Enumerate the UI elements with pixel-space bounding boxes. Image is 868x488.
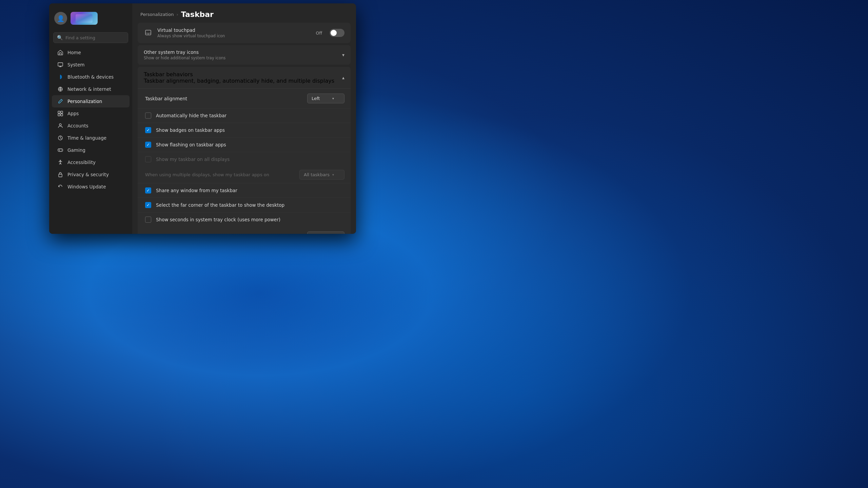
checkbox-autohide[interactable] bbox=[145, 113, 151, 119]
sidebar-item-label-home: Home bbox=[67, 50, 81, 55]
sidebar-item-label-apps: Apps bbox=[67, 111, 79, 116]
accessibility-nav-icon bbox=[57, 159, 63, 165]
behavior-checkboxes: Automatically hide the taskbar✓Show badg… bbox=[138, 108, 351, 166]
behaviors-header-text: Taskbar behaviors Taskbar alignment, bad… bbox=[144, 71, 334, 84]
settings-window: 👤 🔍 HomeSystemBl bbox=[49, 3, 356, 234]
behaviors-title: Taskbar behaviors bbox=[144, 71, 334, 78]
checkmark-icon: ✓ bbox=[146, 143, 150, 147]
sidebar-item-bluetooth[interactable]: Bluetooth & devices bbox=[52, 71, 130, 83]
checkbox-share_window[interactable]: ✓ bbox=[145, 187, 151, 194]
sidebar-item-home[interactable]: Home bbox=[52, 46, 130, 59]
svg-point-16 bbox=[61, 150, 62, 151]
sidebar-item-label-update: Windows Update bbox=[67, 184, 106, 189]
svg-rect-6 bbox=[61, 111, 63, 113]
main-content: Personalization › Taskbar Virtual tou bbox=[132, 3, 356, 234]
other-tray-card: Other system tray icons Show or hide add… bbox=[138, 45, 351, 65]
accounts-nav-icon bbox=[57, 123, 63, 129]
multi-display-value: All taskbars bbox=[304, 172, 330, 177]
checkbox-text-far_corner: Select the far corner of the taskbar to … bbox=[156, 202, 344, 208]
sidebar-item-time[interactable]: Time & language bbox=[52, 132, 130, 144]
checkbox-row-autohide: Automatically hide the taskbar bbox=[138, 108, 351, 123]
combine-label: Combine taskbar buttons and hide labels bbox=[145, 234, 239, 234]
checkbox-label-all_displays: Show my taskbar on all displays bbox=[156, 157, 344, 162]
checkbox-row-flashing: ✓Show flashing on taskbar apps bbox=[138, 138, 351, 152]
svg-rect-1 bbox=[58, 63, 63, 66]
checkbox-row-far_corner: ✓Select the far corner of the taskbar to… bbox=[138, 198, 351, 212]
virtual-touchpad-title: Virtual touchpad bbox=[157, 27, 311, 33]
sidebar-item-label-bluetooth: Bluetooth & devices bbox=[67, 74, 114, 80]
checkbox-text-seconds: Show seconds in system tray clock (uses … bbox=[156, 217, 344, 222]
behaviors-header[interactable]: Taskbar behaviors Taskbar alignment, bad… bbox=[138, 67, 351, 89]
behaviors-chevron: ▴ bbox=[342, 75, 344, 80]
checkmark-icon: ✓ bbox=[146, 128, 150, 132]
more-checkboxes: ✓Share any window from my taskbar✓Select… bbox=[138, 183, 351, 227]
virtual-touchpad-text: Virtual touchpad Always show virtual tou… bbox=[157, 27, 311, 38]
other-tray-header[interactable]: Other system tray icons Show or hide add… bbox=[138, 45, 351, 65]
avatar: 👤 bbox=[54, 12, 67, 25]
checkbox-text-badges: Show badges on taskbar apps bbox=[156, 127, 344, 133]
windows-logo bbox=[71, 12, 98, 25]
sidebar-item-label-accessibility: Accessibility bbox=[67, 160, 96, 165]
sidebar-item-label-accounts: Accounts bbox=[67, 123, 88, 128]
nav-list: HomeSystemBluetooth & devicesNetwork & i… bbox=[49, 46, 132, 193]
svg-rect-5 bbox=[58, 111, 60, 113]
breadcrumb-separator: › bbox=[177, 12, 178, 17]
virtual-touchpad-card: Virtual touchpad Always show virtual tou… bbox=[138, 23, 351, 43]
sidebar-item-gaming[interactable]: Gaming bbox=[52, 144, 130, 156]
breadcrumb-parent[interactable]: Personalization bbox=[140, 12, 174, 17]
time-nav-icon bbox=[57, 135, 63, 141]
sidebar-item-accessibility[interactable]: Accessibility bbox=[52, 156, 130, 168]
alignment-value: Left bbox=[312, 96, 320, 101]
checkbox-badges[interactable]: ✓ bbox=[145, 127, 151, 133]
privacy-nav-icon bbox=[57, 171, 63, 178]
checkmark-icon: ✓ bbox=[146, 203, 150, 207]
sidebar-item-label-time: Time & language bbox=[67, 135, 106, 141]
checkbox-text-all_displays: Show my taskbar on all displays bbox=[156, 157, 344, 162]
sidebar-item-accounts[interactable]: Accounts bbox=[52, 120, 130, 132]
svg-point-9 bbox=[59, 124, 61, 126]
search-icon: 🔍 bbox=[57, 35, 63, 40]
checkbox-seconds[interactable] bbox=[145, 217, 151, 223]
svg-point-15 bbox=[61, 149, 62, 150]
bluetooth-nav-icon bbox=[57, 74, 63, 80]
multi-display-dropdown: All taskbars ▾ bbox=[299, 170, 344, 180]
checkbox-flashing[interactable]: ✓ bbox=[145, 142, 151, 148]
sidebar-item-system[interactable]: System bbox=[52, 59, 130, 71]
alignment-row: Taskbar alignment Left ▾ bbox=[138, 89, 351, 108]
sidebar-item-label-privacy: Privacy & security bbox=[67, 172, 109, 177]
update-nav-icon bbox=[57, 184, 63, 190]
search-input[interactable] bbox=[65, 35, 124, 40]
combine-dropdown[interactable]: Always ▾ bbox=[307, 231, 344, 234]
sidebar-item-update[interactable]: Windows Update bbox=[52, 181, 130, 193]
multi-display-label: When using multiple displays, show my ta… bbox=[145, 172, 269, 177]
alignment-dropdown[interactable]: Left ▾ bbox=[307, 94, 344, 103]
search-box[interactable]: 🔍 bbox=[53, 32, 128, 43]
system-nav-icon bbox=[57, 62, 63, 68]
behaviors-card: Taskbar behaviors Taskbar alignment, bad… bbox=[138, 67, 351, 234]
toggle-knob bbox=[331, 30, 337, 36]
other-tray-text: Other system tray icons Show or hide add… bbox=[144, 49, 225, 60]
sidebar-item-label-gaming: Gaming bbox=[67, 147, 85, 153]
checkbox-row-badges: ✓Show badges on taskbar apps bbox=[138, 123, 351, 138]
checkbox-all_displays bbox=[145, 156, 151, 162]
checkbox-far_corner[interactable]: ✓ bbox=[145, 202, 151, 208]
checkbox-label-seconds: Show seconds in system tray clock (uses … bbox=[156, 217, 344, 222]
checkbox-row-share_window: ✓Share any window from my taskbar bbox=[138, 183, 351, 198]
network-nav-icon bbox=[57, 86, 63, 92]
sidebar-item-privacy[interactable]: Privacy & security bbox=[52, 168, 130, 181]
personalization-nav-icon bbox=[57, 98, 63, 104]
avatar-icon: 👤 bbox=[57, 15, 64, 22]
sidebar-item-personalization[interactable]: Personalization bbox=[52, 95, 130, 107]
sidebar-item-apps[interactable]: Apps bbox=[52, 107, 130, 120]
breadcrumb-current: Taskbar bbox=[181, 10, 214, 19]
checkbox-label-badges: Show badges on taskbar apps bbox=[156, 127, 344, 133]
alignment-label: Taskbar alignment bbox=[145, 96, 187, 101]
virtual-touchpad-subtitle: Always show virtual touchpad icon bbox=[157, 34, 311, 38]
sidebar-item-label-system: System bbox=[67, 62, 84, 67]
user-profile[interactable]: 👤 bbox=[49, 8, 132, 32]
breadcrumb: Personalization › Taskbar bbox=[132, 3, 356, 23]
virtual-touchpad-toggle[interactable] bbox=[330, 29, 344, 37]
toggle-off-label: Off bbox=[316, 30, 322, 36]
sidebar-item-network[interactable]: Network & internet bbox=[52, 83, 130, 95]
other-tray-subtitle: Show or hide additional system tray icon… bbox=[144, 56, 225, 60]
